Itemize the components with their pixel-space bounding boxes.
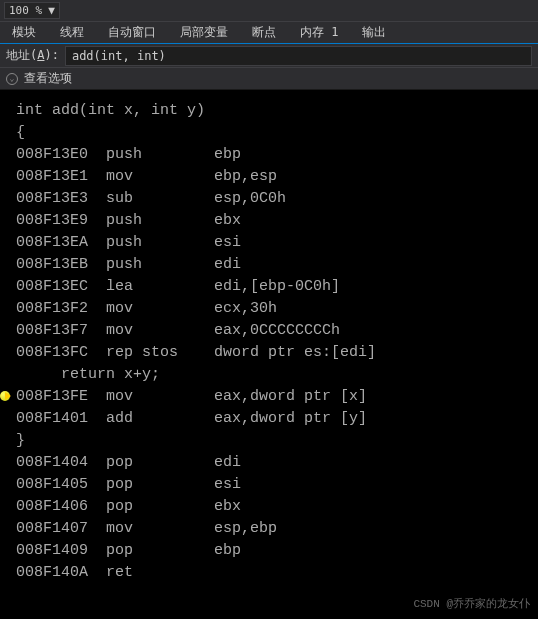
asm-line[interactable]: 008F13E3 sub esp,0C0h — [0, 188, 538, 210]
asm-line[interactable]: 008F1407 mov esp,ebp — [0, 518, 538, 540]
asm-line[interactable]: 008F1401 add eax,dword ptr [y] — [0, 408, 538, 430]
asm-line[interactable]: 008F13EA push esi — [0, 232, 538, 254]
dropdown-arrow-icon: ▼ — [48, 4, 55, 17]
instruction-pointer-icon — [0, 389, 14, 403]
source-line[interactable]: } — [0, 430, 538, 452]
source-line[interactable]: return x+y; — [0, 364, 538, 386]
asm-line[interactable]: 008F13FE mov eax,dword ptr [x] — [0, 386, 538, 408]
asm-line[interactable]: 008F13E1 mov ebp,esp — [0, 166, 538, 188]
asm-line[interactable]: 008F13F7 mov eax,0CCCCCCCCh — [0, 320, 538, 342]
asm-line[interactable]: 008F13EC lea edi,[ebp-0C0h] — [0, 276, 538, 298]
disassembly-view[interactable]: int add(int x, int y){008F13E0 push ebp0… — [0, 90, 538, 619]
watermark: CSDN @乔乔家的龙女仆 — [413, 593, 530, 615]
tab-autos[interactable]: 自动窗口 — [96, 22, 168, 43]
tab-output[interactable]: 输出 — [350, 22, 398, 43]
zoom-selector[interactable]: 100 % ▼ — [4, 2, 60, 19]
asm-line[interactable]: 008F1404 pop edi — [0, 452, 538, 474]
asm-line[interactable]: 008F13F2 mov ecx,30h — [0, 298, 538, 320]
address-label: 地址(A): — [6, 47, 59, 64]
asm-line[interactable]: 008F140A ret — [0, 562, 538, 584]
asm-line[interactable]: 008F1405 pop esi — [0, 474, 538, 496]
tab-modules[interactable]: 模块 — [0, 22, 48, 43]
zoom-value: 100 % — [9, 4, 42, 17]
tab-memory1[interactable]: 内存 1 — [288, 22, 350, 43]
tab-threads[interactable]: 线程 — [48, 22, 96, 43]
debug-window-tabs: 模块 线程 自动窗口 局部变量 断点 内存 1 输出 — [0, 22, 538, 44]
toolbar: 100 % ▼ — [0, 0, 538, 22]
address-bar: 地址(A): — [0, 44, 538, 68]
asm-line[interactable]: 008F13EB push edi — [0, 254, 538, 276]
tab-locals[interactable]: 局部变量 — [168, 22, 240, 43]
asm-line[interactable]: 008F1409 pop ebp — [0, 540, 538, 562]
chevron-down-icon: ⌄ — [6, 73, 18, 85]
view-options-bar[interactable]: ⌄ 查看选项 — [0, 68, 538, 90]
asm-line[interactable]: 008F13FC rep stos dword ptr es:[edi] — [0, 342, 538, 364]
asm-line[interactable]: 008F1406 pop ebx — [0, 496, 538, 518]
address-input[interactable] — [65, 46, 532, 66]
source-line[interactable]: int add(int x, int y) — [0, 100, 538, 122]
source-line[interactable]: { — [0, 122, 538, 144]
view-options-label: 查看选项 — [24, 70, 72, 87]
asm-line[interactable]: 008F13E9 push ebx — [0, 210, 538, 232]
asm-line[interactable]: 008F13E0 push ebp — [0, 144, 538, 166]
tab-breakpoints[interactable]: 断点 — [240, 22, 288, 43]
